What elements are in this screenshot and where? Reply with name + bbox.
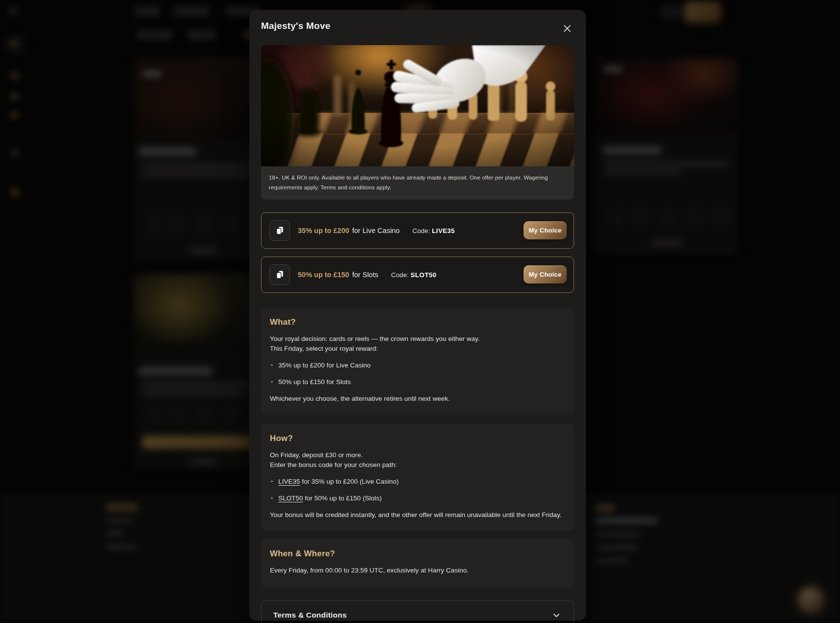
section-how-heading: How? bbox=[270, 434, 565, 443]
promo-disclaimer: 18+. UK & ROI only. Available to all pla… bbox=[261, 166, 574, 200]
offer-code: Code: SLOT50 bbox=[391, 271, 437, 279]
list-item: 35% up to £200 for Live Casino bbox=[270, 361, 565, 370]
bullet-dot bbox=[271, 477, 273, 487]
cards-icon bbox=[269, 220, 290, 241]
promo-hero-image bbox=[261, 45, 574, 166]
cards-icon bbox=[269, 264, 290, 285]
chevron-down-icon bbox=[552, 611, 561, 620]
offer-row-live-casino: 35% up to £200for Live CasinoCode: LIVE3… bbox=[261, 212, 574, 249]
section-how-footer: Your bonus will be credited instantly, a… bbox=[270, 510, 565, 520]
section-when-line1: Every Friday, from 00:00 to 23:59 UTC, e… bbox=[270, 566, 565, 575]
offer-target: for Slots bbox=[352, 271, 378, 279]
bullet-dot bbox=[271, 361, 273, 370]
offer-target: for Live Casino bbox=[352, 227, 400, 234]
section-when-where: When & Where? Every Friday, from 00:00 t… bbox=[261, 539, 574, 587]
modal-header: Majesty's Move bbox=[261, 21, 574, 36]
bonus-code-link-live35[interactable]: LIVE35 bbox=[278, 478, 300, 485]
offer-amount: 35% up to £200 bbox=[298, 227, 349, 234]
close-button[interactable] bbox=[560, 22, 574, 35]
my-choice-button-slots[interactable]: My Choice bbox=[524, 265, 567, 284]
offer-code-value: SLOT50 bbox=[411, 271, 437, 279]
section-what-heading: What? bbox=[270, 317, 565, 327]
terms-accordion[interactable]: Terms & Conditions bbox=[261, 600, 574, 623]
section-what-line2: This Friday, select your royal reward: bbox=[270, 344, 565, 354]
promo-hero: 18+. UK & ROI only. Available to all pla… bbox=[261, 45, 574, 200]
offer-code: Code: LIVE35 bbox=[412, 227, 455, 234]
promo-modal: Majesty's Move bbox=[249, 10, 586, 621]
section-what-bullets: 35% up to £200 for Live Casino 50% up to… bbox=[270, 361, 565, 387]
offer-text: 50% up to £150for SlotsCode: SLOT50 bbox=[298, 271, 437, 279]
bullet-dot bbox=[271, 377, 273, 387]
section-what: What? Your royal decision: cards or reel… bbox=[261, 308, 574, 415]
section-how-line1: On Friday, deposit £30 or more. bbox=[270, 450, 565, 460]
section-what-line1: Your royal decision: cards or reels — th… bbox=[270, 334, 565, 344]
section-what-footer: Whichever you choose, the alternative re… bbox=[270, 394, 565, 404]
list-item: LIVE35 for 35% up to £200 (Live Casino) bbox=[270, 477, 565, 487]
close-icon bbox=[562, 24, 572, 33]
section-when-heading: When & Where? bbox=[270, 549, 565, 559]
section-how-bullets: LIVE35 for 35% up to £200 (Live Casino) … bbox=[270, 477, 565, 503]
list-item: 50% up to £150 for Slots bbox=[270, 377, 565, 387]
section-how: How? On Friday, deposit £30 or more. Ent… bbox=[261, 424, 574, 531]
offer-text: 35% up to £200for Live CasinoCode: LIVE3… bbox=[298, 227, 455, 234]
offer-row-slots: 50% up to £150for SlotsCode: SLOT50 My C… bbox=[261, 257, 574, 293]
my-choice-button-live-casino[interactable]: My Choice bbox=[524, 221, 567, 239]
bonus-code-link-slot50[interactable]: SLOT50 bbox=[278, 494, 303, 502]
section-how-line2: Enter the bonus code for your chosen pat… bbox=[270, 460, 565, 470]
list-item: SLOT50 for 50% up to £150 (Slots) bbox=[270, 493, 565, 503]
offer-amount: 50% up to £150 bbox=[298, 271, 349, 279]
terms-label: Terms & Conditions bbox=[273, 611, 347, 620]
offer-code-value: LIVE35 bbox=[432, 227, 455, 234]
modal-title: Majesty's Move bbox=[261, 21, 330, 31]
bullet-dot bbox=[271, 493, 273, 503]
